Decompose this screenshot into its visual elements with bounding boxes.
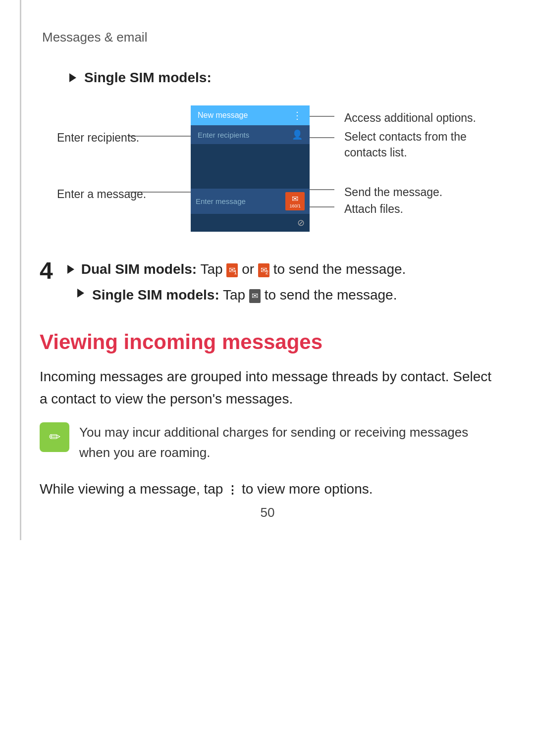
send-icon-plain: ✉ bbox=[249, 289, 261, 303]
three-dots-icon: ⋮ bbox=[227, 481, 238, 499]
phone-recipient-text: Enter recipients bbox=[198, 131, 249, 139]
attach-files-label: Attach files. bbox=[344, 201, 478, 216]
left-border bbox=[20, 0, 21, 540]
note-icon: ✏ bbox=[40, 422, 69, 452]
step-content: Dual SIM models: Tap ✉1 or ✉2 to send th… bbox=[67, 259, 495, 310]
send-button: ✉ 160/1 bbox=[285, 192, 305, 210]
while-viewing-text: While viewing a message, tap ⋮ to view m… bbox=[40, 478, 495, 501]
enter-recipients-label: Enter recipients. bbox=[57, 129, 139, 145]
phone-diagram: Enter recipients. Enter a message. New m… bbox=[57, 101, 478, 239]
phone-ui: New message ⋮ Enter recipients 👤 Enter m… bbox=[191, 105, 310, 232]
triangle-icon bbox=[69, 73, 76, 82]
single-sim-line: Single SIM models: Tap ✉ to send the mes… bbox=[77, 285, 495, 310]
page-number: 50 bbox=[261, 505, 275, 520]
step-number: 4 bbox=[40, 259, 59, 283]
phone-title: New message bbox=[198, 111, 248, 120]
section-title: Viewing incoming messages bbox=[40, 330, 495, 354]
step-4: 4 Dual SIM models: Tap ✉1 or ✉2 to send … bbox=[40, 259, 495, 310]
send-icon-2: ✉2 bbox=[258, 263, 269, 277]
single-sim-heading: Single SIM models: bbox=[69, 70, 495, 86]
paragraph-1: Incoming messages are grouped into messa… bbox=[40, 366, 495, 410]
dual-sim-line: Dual SIM models: Tap ✉1 or ✉2 to send th… bbox=[67, 259, 495, 280]
send-message-label: Send the message. bbox=[344, 184, 478, 200]
phone-message-text: Enter message bbox=[196, 197, 246, 205]
select-contacts-label: Select contacts from the contacts list. bbox=[344, 128, 478, 160]
send-icon-1: ✉1 bbox=[226, 263, 238, 277]
pencil-icon: ✏ bbox=[49, 429, 60, 445]
triangle-icon-dual bbox=[67, 265, 74, 274]
access-options-label: Access additional options. bbox=[344, 109, 478, 125]
enter-message-label: Enter a message. bbox=[57, 186, 146, 202]
phone-menu-dots: ⋮ bbox=[292, 109, 303, 121]
note-box: ✏ You may incur additional charges for s… bbox=[40, 422, 495, 463]
phone-person-icon: 👤 bbox=[292, 129, 303, 140]
breadcrumb: Messages & email bbox=[40, 30, 495, 45]
attach-icon: ⊘ bbox=[297, 217, 305, 228]
note-text: You may incur additional charges for sen… bbox=[79, 422, 495, 463]
triangle-icon-single bbox=[77, 289, 84, 298]
phone-body bbox=[191, 144, 310, 189]
